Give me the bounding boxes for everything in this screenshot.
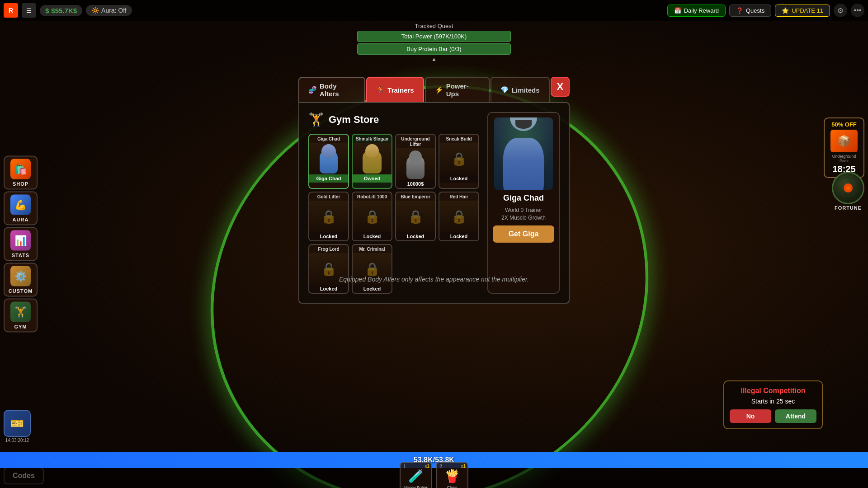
- item-name-money-potion: Money Potion: [403, 485, 428, 488]
- roblox-logo: R: [4, 3, 18, 18]
- update-button[interactable]: ⭐ UPDATE 11: [775, 5, 830, 17]
- trainer-preview-name: Giga Chad: [503, 193, 544, 203]
- dollar-icon: $: [45, 7, 49, 14]
- quest-task2: Buy Protein Bar (0/3): [357, 43, 511, 55]
- inventory-slot-2[interactable]: 2 x1 🍟 Chips: [436, 462, 468, 488]
- trainer-status: Owned: [353, 174, 392, 183]
- trainer-card-sneak[interactable]: Sneak Build 🔒 Locked: [439, 134, 479, 189]
- aura-display: 🔆 Aura: Off: [86, 5, 132, 16]
- sidebar-item-aura[interactable]: 💪 AURA: [4, 192, 38, 225]
- sidebar-item-gym[interactable]: 🏋️ GYM: [4, 299, 38, 333]
- top-bar: R ☰ $ $55.7K$ 🔆 Aura: Off 📅 Daily Reward…: [0, 0, 868, 21]
- trainer-image: 🔒: [353, 201, 392, 232]
- trainer-card-giga-chad[interactable]: Giga Chad Giga Chad: [308, 134, 349, 189]
- discount-pack[interactable]: 50% OFF 📦 Underground Pack 18:25: [824, 117, 864, 178]
- tab-body-alters[interactable]: 🧬 Body Alters: [298, 77, 365, 102]
- footer-note: Equipped Body Alters only affects the ap…: [339, 276, 529, 283]
- illegal-title: Illegal Competition: [730, 387, 816, 395]
- fortune-center: [844, 183, 853, 192]
- trainer-image: [396, 148, 435, 180]
- trainer-status: Locked: [353, 232, 392, 240]
- trainer-image: 🔒: [396, 201, 435, 232]
- pack-image: 📦: [830, 130, 858, 152]
- slot-number: 1: [403, 464, 406, 469]
- pack-label: Underground Pack: [827, 154, 861, 163]
- quest-tracker: Tracked Quest Total Power (597K/100K) Bu…: [357, 23, 511, 62]
- trainer-label: Frog Lord: [309, 245, 348, 253]
- gym-icon: 🏋️: [10, 302, 31, 322]
- sidebar-item-stats[interactable]: 📊 STATS: [4, 227, 38, 261]
- left-sidebar: 🛍️ SHOP 💪 AURA 📊 STATS ⚙️ CUSTOM 🏋️ GYM: [0, 152, 41, 336]
- character-image: [494, 117, 553, 190]
- star-icon: ⭐: [782, 7, 789, 14]
- gym-pass[interactable]: 🎫 14:03:20:12: [4, 410, 31, 443]
- lock-icon: 🔒: [451, 209, 467, 224]
- gym-pass-time: 14:03:20:12: [5, 438, 29, 443]
- trainer-status: Giga Chad: [309, 174, 348, 183]
- shop-icon: 🛍️: [10, 159, 31, 179]
- lock-icon: 🔒: [451, 151, 467, 166]
- gym-pass-icon: 🎫: [4, 410, 31, 437]
- get-trainer-button[interactable]: Get Giga: [493, 225, 554, 243]
- settings-button[interactable]: ⚙: [834, 4, 847, 17]
- trainer-status: Locked: [396, 232, 435, 240]
- trainer-image: [353, 143, 392, 174]
- fortune-button[interactable]: FORTUNE: [832, 172, 864, 211]
- trainer-label: Giga Chad: [309, 135, 348, 143]
- trainer-label: Sneak Build: [439, 135, 478, 143]
- custom-icon: ⚙️: [10, 266, 31, 286]
- attend-button[interactable]: Attend: [775, 409, 816, 423]
- aura-icon: 💪: [10, 195, 31, 215]
- menu-button[interactable]: ☰: [22, 3, 36, 18]
- trainer-card-mr-criminal[interactable]: Mr. Criminal 🔒 Locked: [352, 244, 392, 294]
- gym-store-panel: 🧬 Body Alters 🏃 Trainers ⚡ Power-Ups 💎 L…: [298, 77, 570, 304]
- store-content: 🏋️ Gym Store Giga Chad Giga Chad: [298, 102, 570, 304]
- item-name-chips: Chips: [447, 485, 457, 488]
- trainer-card-blue-emperor[interactable]: Blue Emperor 🔒 Locked: [395, 192, 436, 241]
- trainer-label: Red Hair: [439, 192, 478, 201]
- trainer-card-robolift[interactable]: RoboLift 1000 🔒 Locked: [352, 192, 392, 241]
- tab-limiteds[interactable]: 💎 Limiteds: [491, 77, 550, 102]
- custom-label: CUSTOM: [9, 288, 33, 294]
- trainer-label: Shmulk Slogan: [353, 135, 392, 143]
- powerup-icon: ⚡: [435, 86, 443, 94]
- trainer-card-red-hair[interactable]: Red Hair 🔒 Locked: [439, 192, 479, 241]
- question-icon: ❓: [736, 7, 743, 14]
- trainer-card-underground[interactable]: Underground Lifter 10000$: [395, 134, 436, 189]
- sidebar-item-custom[interactable]: ⚙️ CUSTOM: [4, 263, 38, 297]
- tab-trainers[interactable]: 🏃 Trainers: [366, 77, 424, 102]
- trainer-status: Locked: [309, 285, 348, 293]
- trainer-card-frog-lord[interactable]: Frog Lord 🔒 Locked: [308, 244, 349, 294]
- bottom-bar: 53.8K/53.8K 1 x1 🧪 Money Potion 2 x1 🍟 C…: [0, 452, 868, 488]
- trainer-card-gold[interactable]: Gold Lifter 🔒 Locked: [308, 192, 349, 241]
- trainer-image: [309, 143, 348, 174]
- money-display: $ $55.7K$: [40, 5, 82, 16]
- fortune-label: FORTUNE: [835, 205, 862, 211]
- more-button[interactable]: •••: [851, 4, 864, 17]
- inventory-bar: 1 x1 🧪 Money Potion 2 x1 🍟 Chips: [0, 468, 868, 488]
- quest-task1: Total Power (597K/100K): [357, 31, 511, 42]
- trainer-image: 🔒: [439, 201, 478, 232]
- quests-button[interactable]: ❓ Quests: [729, 5, 771, 17]
- stats-label: STATS: [12, 253, 29, 258]
- close-button[interactable]: X: [551, 77, 570, 97]
- trainer-card-shmulk[interactable]: Shmulk Slogan Owned: [352, 134, 392, 189]
- no-button[interactable]: No: [730, 409, 771, 423]
- item-image-money-potion: 🧪: [406, 466, 425, 485]
- store-title: 🏋️ Gym Store: [308, 112, 481, 127]
- daily-reward-button[interactable]: 📅 Daily Reward: [667, 5, 726, 17]
- stats-icon: 📊: [10, 230, 31, 251]
- lock-icon: 🔒: [364, 262, 380, 277]
- character-preview: Giga Chad World 0 Trainer 2X Muscle Grow…: [487, 112, 560, 294]
- chevron-up-icon: ▲: [431, 56, 437, 62]
- sidebar-item-shop[interactable]: 🛍️ SHOP: [4, 156, 38, 190]
- tab-powerups[interactable]: ⚡ Power-Ups: [425, 77, 490, 102]
- trainer-label: RoboLift 1000: [353, 192, 392, 201]
- trainer-status: 10000$: [396, 180, 435, 188]
- tab-bar: 🧬 Body Alters 🏃 Trainers ⚡ Power-Ups 💎 L…: [298, 77, 570, 102]
- inventory-slot-1[interactable]: 1 x1 🧪 Money Potion: [400, 462, 432, 488]
- trainer-status: Locked: [439, 174, 478, 183]
- illegal-buttons: No Attend: [730, 409, 816, 423]
- trainer-status: Locked: [353, 285, 392, 293]
- gym-label: GYM: [14, 324, 27, 329]
